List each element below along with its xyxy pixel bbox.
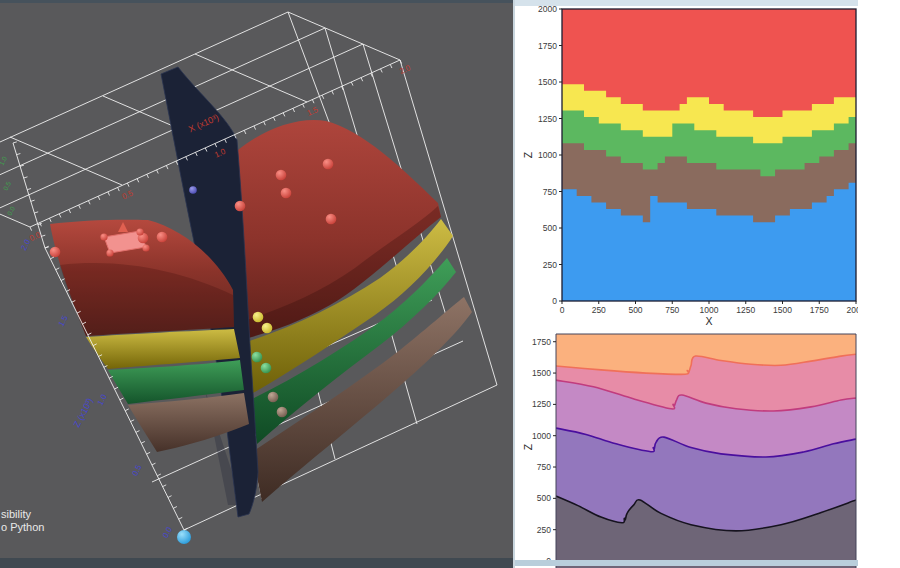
- brown-data-point: [268, 392, 279, 403]
- svg-text:250: 250: [592, 305, 606, 315]
- svg-text:1000: 1000: [532, 431, 551, 441]
- yellow-data-point: [253, 312, 264, 323]
- figure-bottom-border: [515, 560, 858, 566]
- green-data-point: [261, 363, 272, 374]
- svg-text:1750: 1750: [538, 41, 557, 51]
- svg-text:Z: Z: [522, 443, 534, 450]
- svg-text:1250: 1250: [538, 114, 557, 124]
- svg-text:1500: 1500: [538, 77, 557, 87]
- app-window: 0.00.51.01.52.0X (x10³)2.01.51.00.50.0Z …: [0, 0, 900, 568]
- svg-text:500: 500: [537, 493, 551, 503]
- viewport-top-edge: [0, 0, 513, 3]
- red-data-point: [326, 214, 337, 225]
- svg-text:Z: Z: [522, 151, 534, 158]
- svg-text:0: 0: [552, 296, 557, 306]
- green-data-point: [252, 352, 263, 363]
- marker-corner-point: [100, 233, 107, 240]
- svg-text:250: 250: [537, 525, 551, 535]
- svg-text:1750: 1750: [810, 305, 829, 315]
- fault-data-point: [189, 186, 197, 194]
- figure-top-border: [515, 0, 858, 6]
- brown-data-point: [277, 407, 288, 418]
- origin-point: [177, 530, 191, 544]
- marker-corner-point: [142, 244, 149, 251]
- watermark-line-1: sibility: [1, 508, 31, 520]
- section-plots: 0250500750100012501500175020000250500750…: [515, 0, 858, 568]
- svg-text:750: 750: [537, 462, 551, 472]
- svg-text:1500: 1500: [773, 305, 792, 315]
- svg-text:1750: 1750: [532, 337, 551, 347]
- yellow-data-point: [262, 323, 273, 334]
- marker-corner-point: [106, 249, 113, 256]
- plots-panel: 0250500750100012501500175020000250500750…: [515, 0, 858, 568]
- svg-text:750: 750: [665, 305, 679, 315]
- svg-text:1000: 1000: [700, 305, 719, 315]
- svg-text:1250: 1250: [736, 305, 755, 315]
- red-data-point: [281, 188, 292, 199]
- marker-corner-point: [136, 228, 143, 235]
- viewport-bottom-edge: [0, 558, 513, 568]
- svg-text:500: 500: [628, 305, 642, 315]
- scalar-field-chart: 02505007501000125015001750Z: [522, 334, 856, 568]
- red-data-point: [323, 159, 334, 170]
- svg-text:0: 0: [560, 305, 565, 315]
- svg-text:X: X: [705, 315, 712, 327]
- svg-text:1000: 1000: [538, 150, 557, 160]
- svg-text:1250: 1250: [532, 399, 551, 409]
- red-data-point: [157, 232, 168, 243]
- 3d-scene: 0.00.51.01.52.0X (x10³)2.01.51.00.50.0Z …: [0, 0, 513, 568]
- cross-section-chart: 0250500750100012501500175020000250500750…: [522, 4, 858, 327]
- svg-text:750: 750: [543, 187, 557, 197]
- red-data-point: [235, 201, 246, 212]
- red-data-point: [50, 247, 61, 258]
- svg-text:2000: 2000: [847, 305, 858, 315]
- svg-text:500: 500: [543, 223, 557, 233]
- watermark-line-2: o Python: [1, 521, 44, 533]
- svg-text:1500: 1500: [532, 368, 551, 378]
- red-data-point: [276, 170, 287, 181]
- svg-text:250: 250: [543, 260, 557, 270]
- 3d-viewport[interactable]: 0.00.51.01.52.0X (x10³)2.01.51.00.50.0Z …: [0, 0, 513, 568]
